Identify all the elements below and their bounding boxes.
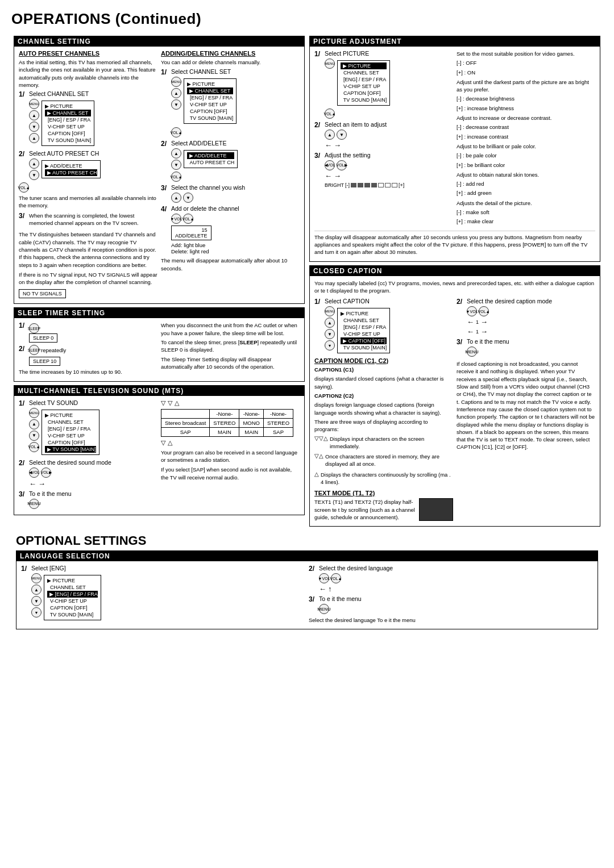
- mts-channelset: CHANNEL SET: [45, 419, 96, 425]
- vol-dn-btn[interactable]: ▼VOL: [171, 214, 181, 224]
- add-caption: CAPTION [OFF]: [187, 108, 233, 115]
- caption2-body: displays foreign language closed caption…: [314, 401, 453, 416]
- cc-right: 2/ Select the desired caption mode ▼VOL …: [457, 298, 595, 523]
- pale-color: [-] : be pale color: [457, 152, 595, 159]
- cc-ch-dn[interactable]: ▼: [325, 329, 335, 339]
- pic-vol-up[interactable]: VOL▲: [325, 108, 335, 119]
- mts-steps: 1/ Select TV SOUND MENU ▲ ▼ VOL▲: [19, 399, 157, 511]
- cc-num1: 1: [476, 319, 479, 325]
- lang-menu-exit[interactable]: MENU: [319, 604, 329, 614]
- cc-eng: [ENG] / ESP / FRA: [341, 324, 387, 331]
- pic-ch-dn[interactable]: ▼: [337, 130, 347, 140]
- add2-ch-dn[interactable]: ▼: [171, 160, 181, 170]
- pic-step2-num: 2/: [314, 121, 322, 129]
- bar5: [378, 183, 384, 187]
- adding-deleting-section: ADDING/DELETING CHANNELS You can add or …: [161, 50, 300, 300]
- pic-vol-right[interactable]: VOL▶: [337, 160, 347, 170]
- mts-step3-num: 3/: [19, 490, 27, 498]
- pic-step2-label: Select an item to adjust: [325, 121, 387, 128]
- menu-btn[interactable]: MENU: [29, 99, 39, 109]
- add3-ch-up[interactable]: ▲: [171, 193, 181, 203]
- add-step1-num: 1/: [161, 68, 169, 76]
- add-vchip: V-CHIP SET UP: [187, 101, 233, 108]
- add-step2-num: 2/: [161, 140, 169, 148]
- lang-channelset: CHANNEL SET: [47, 584, 98, 591]
- mts-eng: [ENG] / ESP / FRA: [45, 425, 96, 432]
- lang-vol-up-btn[interactable]: VOL▲: [331, 573, 341, 583]
- add-delete-item: ▶ ADD/DELETE: [45, 162, 97, 169]
- cc-vol-dn[interactable]: ▼: [325, 340, 335, 350]
- brilliant-color: [+] : be brilliant color: [457, 161, 595, 169]
- lang-menu-btn[interactable]: MENU: [31, 573, 42, 583]
- no-tv-signals-box: NO TV SIGNALS: [19, 289, 66, 298]
- sleep-timer-title: SLEEP TIMER SETTING: [14, 308, 304, 318]
- add-menu-btn[interactable]: MENU: [171, 77, 181, 87]
- cc-vol-down-btn[interactable]: ▼VOL: [467, 306, 477, 316]
- pic-step3-label: Adjust the setting: [325, 152, 404, 158]
- sleep-btn2[interactable]: SLEEP: [29, 345, 39, 355]
- mts-menu-btn[interactable]: MENU: [29, 408, 39, 418]
- mts-row1-stereo2: STEREO: [263, 418, 293, 427]
- cc-tvsound: TV SOUND [MAIN]: [341, 344, 387, 351]
- cc-step3-num: 3/: [457, 338, 464, 346]
- channel-set-menu: ▶ PICTURE ▶ CHANNEL SET [ENG] / ESP / FR…: [42, 101, 94, 146]
- ch-down-btn[interactable]: ▼: [29, 122, 39, 132]
- lang-ch-up[interactable]: ▲: [31, 585, 42, 595]
- add2-ch-up[interactable]: ▲: [171, 148, 181, 158]
- delete-light-red: Delete: light red: [171, 248, 239, 254]
- ch-down2[interactable]: ▼: [29, 170, 39, 180]
- mts-menu-exit[interactable]: MENU: [29, 499, 39, 509]
- sleep-btn[interactable]: SLEEP: [29, 323, 39, 333]
- vol-up-btn[interactable]: ▲: [29, 133, 39, 143]
- lang-ch-dn[interactable]: ▼: [31, 596, 42, 606]
- ch-up2[interactable]: ▲: [29, 158, 39, 169]
- caption1-title: CAPTION1 (C1): [314, 366, 354, 373]
- mts-th-none2: -None-: [239, 409, 264, 418]
- cc-channelset: CHANNEL SET: [341, 317, 387, 324]
- pic-vol-left[interactable]: ◀VOL: [325, 160, 335, 170]
- text-mode-visual: [419, 498, 453, 521]
- vol-indicator: VOL▲: [19, 182, 29, 193]
- picture-descriptions: Set to the most suitable position for vi…: [457, 50, 595, 227]
- add-ch-dn[interactable]: ▼: [171, 99, 181, 110]
- cc-vol-up-btn[interactable]: VOL▲: [479, 306, 489, 316]
- lang-vchip: V-CHIP SET UP: [47, 598, 98, 604]
- way2: Once characters are stored in memory, th…: [325, 453, 453, 468]
- vol-up-btn2[interactable]: VOL▲: [183, 214, 193, 224]
- mts-step1-num: 1/: [19, 399, 27, 407]
- arr3: △: [175, 399, 179, 407]
- mts-radio-note: Your program can also be received in a s…: [161, 449, 300, 464]
- cc-menu-exit[interactable]: MENU: [467, 347, 477, 357]
- mts-th-blank: [161, 409, 210, 418]
- mts-vol-up[interactable]: VOL▲: [29, 442, 39, 452]
- add3-ch-dn[interactable]: ▼: [183, 193, 193, 203]
- pic-menu-btn[interactable]: MENU: [325, 59, 335, 69]
- bar4: [371, 183, 377, 187]
- mts-vchip: V-CHIP SET UP: [45, 432, 96, 439]
- step1-num: 1/: [19, 90, 27, 98]
- lang-vol-down-btn[interactable]: ▼VOL: [319, 573, 329, 583]
- cc-menu-btn[interactable]: MENU: [325, 306, 335, 316]
- menu-channel-set: ▶ CHANNEL SET: [45, 110, 91, 116]
- inc-contrast: [+] : increase contrast: [457, 133, 595, 140]
- pic-step3-num: 3/: [314, 152, 322, 160]
- lang-vol-dn[interactable]: ▼: [31, 607, 42, 617]
- pic-ch-up[interactable]: ▲: [325, 130, 335, 140]
- dec-contrast: [-] : decrease contrast: [457, 123, 595, 131]
- sleep0-label: SLEEP 0: [33, 335, 53, 341]
- mts-vol-left[interactable]: ◀VOL: [29, 468, 39, 478]
- sleep10-display: SLEEP 10: [29, 357, 60, 366]
- add-delete-label: ADD/DELETE: [175, 233, 208, 239]
- mts-arrow-right: →: [38, 479, 45, 488]
- add-ch-up[interactable]: ▲: [171, 88, 181, 98]
- mts-row1-mono: MONO: [239, 418, 264, 427]
- ch-up-btn[interactable]: ▲: [29, 110, 39, 120]
- mts-ch-up[interactable]: ▲: [29, 419, 39, 429]
- cc-not-broadcast: If closed captioning is not broadcasted,…: [457, 360, 595, 451]
- add-step3-num: 3/: [161, 184, 169, 192]
- mts-ch-dn[interactable]: ▼: [29, 431, 39, 441]
- sleep10-label: SLEEP 10: [33, 358, 56, 364]
- cc-ch-up[interactable]: ▲: [325, 318, 335, 328]
- cc-menu: ▶ PICTURE CHANNEL SET [ENG] / ESP / FRA …: [337, 308, 390, 353]
- mts-vol-right[interactable]: VOL▶: [41, 468, 51, 478]
